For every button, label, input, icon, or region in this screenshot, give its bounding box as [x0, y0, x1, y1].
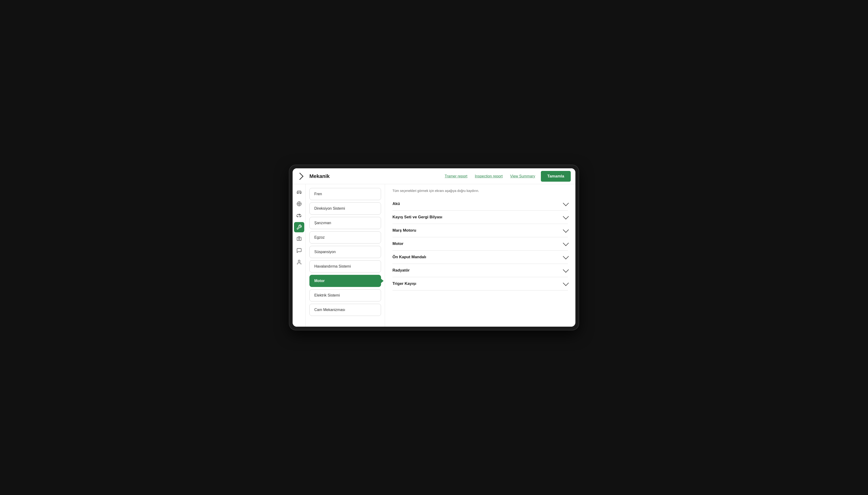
sidebar-item-user[interactable] — [294, 257, 304, 267]
chevron-down-icon — [563, 267, 569, 272]
chevron-down-icon — [563, 253, 569, 259]
chevron-down-icon — [563, 227, 569, 233]
accordion-kaput: Ön Kaput Mandalı — [392, 251, 568, 264]
accordion-radyator-header[interactable]: Radyatör — [392, 268, 568, 273]
damage-icon — [296, 213, 302, 218]
sidebar-item-chat[interactable] — [294, 245, 304, 256]
tamamla-button[interactable]: Tamamla — [541, 171, 571, 182]
accordion-kayis-title: Kayış Seti ve Gergi Bilyası — [392, 215, 442, 220]
sidebar-item-tire[interactable] — [294, 199, 304, 209]
main-layout: Fren Direksiyon Sistemi Şanzıman Egzoz S… — [293, 184, 575, 327]
accordion-radyator-title: Radyatör — [392, 268, 410, 273]
menu-item-cam[interactable]: Cam Mekanizması — [309, 304, 381, 316]
accordion-motor-title: Motor — [392, 241, 404, 246]
view-summary-link[interactable]: View Summary — [510, 174, 535, 178]
menu-item-suspansiyon[interactable]: Süspansiyon — [309, 246, 381, 258]
icon-sidebar — [293, 184, 306, 327]
chevron-down-icon — [563, 280, 569, 286]
svg-point-8 — [298, 217, 298, 217]
left-panel: Fren Direksiyon Sistemi Şanzıman Egzoz S… — [306, 184, 385, 327]
svg-point-11 — [298, 238, 300, 240]
svg-point-12 — [298, 260, 300, 262]
mechanic-icon — [296, 224, 302, 230]
hint-text: Tüm seçenekleri görmek için ekranı aşağı… — [392, 189, 568, 193]
accordion-mars-title: Marş Motoru — [392, 228, 416, 233]
accordion-aku-title: Akü — [392, 202, 400, 206]
accordion-kaput-header[interactable]: Ön Kaput Mandalı — [392, 255, 568, 259]
svg-point-1 — [300, 193, 301, 194]
svg-point-0 — [298, 193, 298, 194]
page-title: Mekanik — [306, 173, 343, 179]
menu-item-egzoz[interactable]: Egzoz — [309, 232, 381, 243]
accordion-mars-header[interactable]: Marş Motoru — [392, 228, 568, 233]
menu-item-fren[interactable]: Fren — [309, 188, 381, 200]
inspection-report-link[interactable]: Inspection report — [475, 174, 502, 178]
menu-item-motor[interactable]: Motor — [309, 275, 381, 287]
device-frame: Mekanik Tramer report Inspection report … — [289, 165, 579, 330]
svg-point-9 — [300, 217, 300, 217]
accordion-kayis-header[interactable]: Kayış Seti ve Gergi Bilyası — [392, 215, 568, 220]
header: Mekanik Tramer report Inspection report … — [293, 168, 575, 184]
svg-rect-10 — [297, 237, 301, 240]
accordion-triger-header[interactable]: Triger Kayışı — [392, 281, 568, 286]
chevron-right-icon — [296, 173, 303, 180]
sidebar-item-car[interactable] — [294, 187, 304, 197]
accordion-triger-title: Triger Kayışı — [392, 281, 416, 286]
header-nav: Tramer report Inspection report View Sum… — [445, 174, 535, 178]
accordion-kaput-title: Ön Kaput Mandalı — [392, 255, 426, 259]
car-icon — [296, 189, 302, 195]
menu-item-havalandirma[interactable]: Havalandırma Sistemi — [309, 260, 381, 272]
screen: Mekanik Tramer report Inspection report … — [293, 168, 575, 327]
accordion-aku-header[interactable]: Akü — [392, 202, 568, 206]
photo-icon — [296, 236, 302, 242]
menu-item-elektrik[interactable]: Elektrik Sistemi — [309, 289, 381, 302]
accordion-aku: Akü — [392, 197, 568, 210]
chevron-down-icon — [563, 240, 569, 246]
menu-item-sanziman[interactable]: Şanzıman — [309, 217, 381, 229]
tramer-report-link[interactable]: Tramer report — [445, 174, 467, 178]
accordion-triger: Triger Kayışı — [392, 277, 568, 290]
accordion-mars: Marş Motoru — [392, 224, 568, 237]
accordion-radyator: Radyatör — [392, 264, 568, 277]
accordion-kayis: Kayış Seti ve Gergi Bilyası — [392, 210, 568, 224]
sidebar-toggle-button[interactable] — [293, 168, 306, 184]
chevron-down-icon — [563, 214, 569, 219]
svg-point-3 — [298, 203, 300, 205]
right-panel: Tüm seçenekleri görmek için ekranı aşağı… — [385, 184, 575, 327]
sidebar-item-damage[interactable] — [294, 210, 304, 221]
chevron-down-icon — [563, 200, 569, 206]
chat-icon — [296, 248, 302, 253]
sidebar-item-photo[interactable] — [294, 234, 304, 244]
accordion-motor-header[interactable]: Motor — [392, 241, 568, 246]
menu-item-direksiyon[interactable]: Direksiyon Sistemi — [309, 202, 381, 215]
accordion-motor: Motor — [392, 237, 568, 251]
user-icon — [296, 259, 302, 265]
sidebar-item-mechanic[interactable] — [294, 222, 304, 232]
tire-icon — [296, 201, 302, 207]
